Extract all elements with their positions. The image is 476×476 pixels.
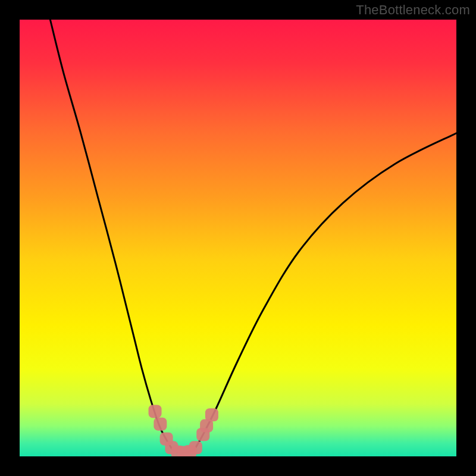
bottleneck-curve-chart — [20, 20, 456, 456]
valley-marker — [189, 441, 202, 454]
valley-marker — [154, 418, 167, 431]
valley-marker — [205, 408, 218, 421]
plot-area — [20, 20, 456, 456]
watermark-text: TheBottleneck.com — [356, 2, 470, 18]
valley-marker — [149, 405, 162, 418]
gradient-background — [20, 20, 456, 456]
